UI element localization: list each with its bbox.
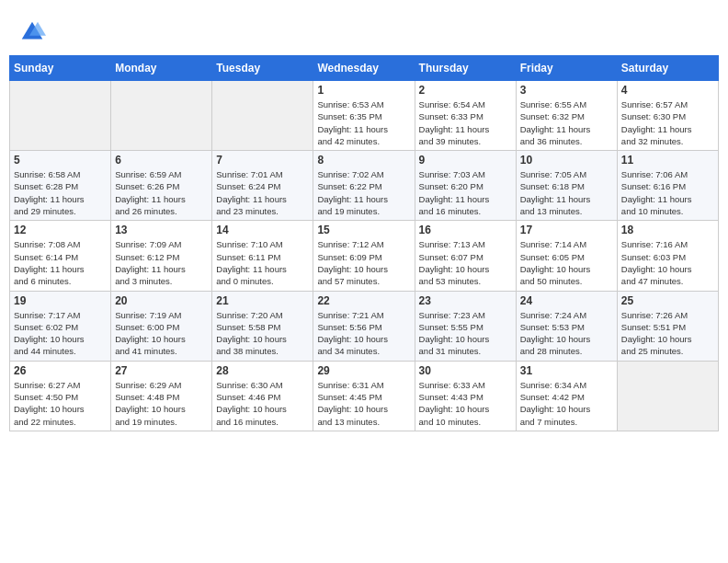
day-of-week-header: Tuesday [212,56,313,81]
calendar-cell: 7Sunrise: 7:01 AM Sunset: 6:24 PM Daylig… [212,151,313,221]
day-info: Sunrise: 7:23 AM Sunset: 5:55 PM Dayligh… [419,309,512,358]
day-info: Sunrise: 6:54 AM Sunset: 6:33 PM Dayligh… [419,98,512,147]
calendar-body: 1Sunrise: 6:53 AM Sunset: 6:35 PM Daylig… [10,81,719,431]
calendar-cell: 18Sunrise: 7:16 AM Sunset: 6:03 PM Dayli… [617,221,718,291]
calendar-cell: 30Sunrise: 6:33 AM Sunset: 4:43 PM Dayli… [415,361,516,431]
day-info: Sunrise: 6:27 AM Sunset: 4:50 PM Dayligh… [14,379,107,428]
day-number: 26 [14,364,107,377]
day-number: 11 [621,154,714,167]
day-of-week-header: Friday [516,56,617,81]
day-info: Sunrise: 7:03 AM Sunset: 6:20 PM Dayligh… [419,168,512,217]
day-number: 4 [621,84,714,97]
logo-icon [18,18,46,46]
calendar-cell [212,81,313,151]
day-number: 28 [216,364,309,377]
calendar-cell: 10Sunrise: 7:05 AM Sunset: 6:18 PM Dayli… [516,151,617,221]
day-number: 25 [621,294,714,307]
day-info: Sunrise: 7:20 AM Sunset: 5:58 PM Dayligh… [216,309,309,358]
day-number: 13 [115,224,208,236]
day-info: Sunrise: 7:09 AM Sunset: 6:12 PM Dayligh… [115,238,208,287]
calendar-cell: 8Sunrise: 7:02 AM Sunset: 6:22 PM Daylig… [313,151,415,221]
calendar-week-row: 5Sunrise: 6:58 AM Sunset: 6:28 PM Daylig… [10,151,719,221]
calendar-cell: 27Sunrise: 6:29 AM Sunset: 4:48 PM Dayli… [111,361,212,431]
day-info: Sunrise: 6:53 AM Sunset: 6:35 PM Dayligh… [317,98,410,147]
day-of-week-header: Saturday [617,56,718,81]
calendar-cell: 3Sunrise: 6:55 AM Sunset: 6:32 PM Daylig… [516,81,617,151]
page-header [9,9,719,51]
calendar-cell: 24Sunrise: 7:24 AM Sunset: 5:53 PM Dayli… [516,291,617,361]
day-info: Sunrise: 6:33 AM Sunset: 4:43 PM Dayligh… [419,379,512,428]
day-info: Sunrise: 7:19 AM Sunset: 6:00 PM Dayligh… [115,309,208,358]
calendar-cell [617,361,718,431]
day-number: 30 [419,364,512,377]
calendar-cell: 20Sunrise: 7:19 AM Sunset: 6:00 PM Dayli… [111,291,212,361]
calendar-week-row: 12Sunrise: 7:08 AM Sunset: 6:14 PM Dayli… [10,221,719,291]
calendar-cell: 11Sunrise: 7:06 AM Sunset: 6:16 PM Dayli… [617,151,718,221]
day-of-week-header: Thursday [415,56,516,81]
logo [18,18,50,46]
calendar-cell: 12Sunrise: 7:08 AM Sunset: 6:14 PM Dayli… [10,221,111,291]
calendar-cell: 4Sunrise: 6:57 AM Sunset: 6:30 PM Daylig… [617,81,718,151]
day-number: 1 [317,84,410,97]
calendar-table: SundayMondayTuesdayWednesdayThursdayFrid… [9,55,719,431]
day-info: Sunrise: 7:10 AM Sunset: 6:11 PM Dayligh… [216,238,309,287]
day-number: 31 [520,364,613,377]
calendar-cell: 17Sunrise: 7:14 AM Sunset: 6:05 PM Dayli… [516,221,617,291]
calendar-week-row: 19Sunrise: 7:17 AM Sunset: 6:02 PM Dayli… [10,291,719,361]
day-number: 15 [317,224,410,236]
day-info: Sunrise: 6:55 AM Sunset: 6:32 PM Dayligh… [520,98,613,147]
day-info: Sunrise: 7:16 AM Sunset: 6:03 PM Dayligh… [621,238,714,287]
day-of-week-header: Monday [111,56,212,81]
calendar-cell: 26Sunrise: 6:27 AM Sunset: 4:50 PM Dayli… [10,361,111,431]
day-info: Sunrise: 6:59 AM Sunset: 6:26 PM Dayligh… [115,168,208,217]
day-info: Sunrise: 6:30 AM Sunset: 4:46 PM Dayligh… [216,379,309,428]
day-number: 17 [520,224,613,236]
calendar-cell: 19Sunrise: 7:17 AM Sunset: 6:02 PM Dayli… [10,291,111,361]
calendar-cell: 14Sunrise: 7:10 AM Sunset: 6:11 PM Dayli… [212,221,313,291]
calendar-cell [10,81,111,151]
day-info: Sunrise: 7:02 AM Sunset: 6:22 PM Dayligh… [317,168,410,217]
day-info: Sunrise: 7:06 AM Sunset: 6:16 PM Dayligh… [621,168,714,217]
day-number: 21 [216,294,309,307]
day-info: Sunrise: 6:34 AM Sunset: 4:42 PM Dayligh… [520,379,613,428]
day-info: Sunrise: 6:31 AM Sunset: 4:45 PM Dayligh… [317,379,410,428]
day-number: 29 [317,364,410,377]
day-info: Sunrise: 7:26 AM Sunset: 5:51 PM Dayligh… [621,309,714,358]
day-number: 19 [14,294,107,307]
day-number: 3 [520,84,613,97]
day-info: Sunrise: 7:17 AM Sunset: 6:02 PM Dayligh… [14,309,107,358]
day-info: Sunrise: 7:14 AM Sunset: 6:05 PM Dayligh… [520,238,613,287]
day-number: 22 [317,294,410,307]
calendar-week-row: 26Sunrise: 6:27 AM Sunset: 4:50 PM Dayli… [10,361,719,431]
day-info: Sunrise: 7:01 AM Sunset: 6:24 PM Dayligh… [216,168,309,217]
day-of-week-header: Wednesday [313,56,415,81]
calendar-cell: 22Sunrise: 7:21 AM Sunset: 5:56 PM Dayli… [313,291,415,361]
day-number: 6 [115,154,208,167]
calendar-cell: 5Sunrise: 6:58 AM Sunset: 6:28 PM Daylig… [10,151,111,221]
day-info: Sunrise: 7:12 AM Sunset: 6:09 PM Dayligh… [317,238,410,287]
day-number: 14 [216,224,309,236]
day-number: 9 [419,154,512,167]
calendar-cell: 21Sunrise: 7:20 AM Sunset: 5:58 PM Dayli… [212,291,313,361]
day-number: 8 [317,154,410,167]
day-number: 5 [14,154,107,167]
calendar-cell [111,81,212,151]
calendar-cell: 6Sunrise: 6:59 AM Sunset: 6:26 PM Daylig… [111,151,212,221]
calendar-cell: 25Sunrise: 7:26 AM Sunset: 5:51 PM Dayli… [617,291,718,361]
day-info: Sunrise: 7:08 AM Sunset: 6:14 PM Dayligh… [14,238,107,287]
day-number: 16 [419,224,512,236]
day-number: 23 [419,294,512,307]
day-info: Sunrise: 7:21 AM Sunset: 5:56 PM Dayligh… [317,309,410,358]
day-info: Sunrise: 7:13 AM Sunset: 6:07 PM Dayligh… [419,238,512,287]
calendar-week-row: 1Sunrise: 6:53 AM Sunset: 6:35 PM Daylig… [10,81,719,151]
calendar-header-row: SundayMondayTuesdayWednesdayThursdayFrid… [10,56,719,81]
calendar-cell: 1Sunrise: 6:53 AM Sunset: 6:35 PM Daylig… [313,81,415,151]
day-number: 20 [115,294,208,307]
day-number: 24 [520,294,613,307]
calendar-cell: 9Sunrise: 7:03 AM Sunset: 6:20 PM Daylig… [415,151,516,221]
day-number: 27 [115,364,208,377]
calendar-cell: 16Sunrise: 7:13 AM Sunset: 6:07 PM Dayli… [415,221,516,291]
day-number: 7 [216,154,309,167]
day-number: 12 [14,224,107,236]
day-info: Sunrise: 6:58 AM Sunset: 6:28 PM Dayligh… [14,168,107,217]
